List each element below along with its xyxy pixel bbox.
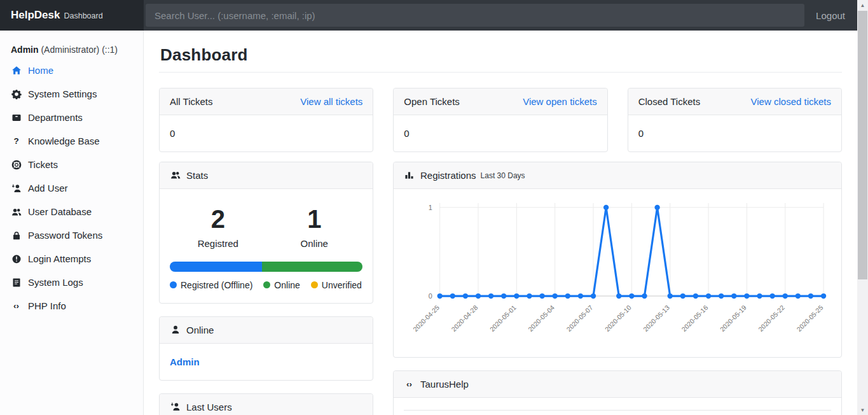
left-column: Stats 2 Registred 1 Online xyxy=(159,162,373,415)
journal-icon xyxy=(11,278,22,288)
title-divider xyxy=(159,72,842,73)
lock-icon xyxy=(11,230,22,241)
stat-online: 1 Online xyxy=(266,204,363,249)
sidebar-item-departments[interactable]: Departments xyxy=(0,106,143,129)
user-plus-icon xyxy=(11,183,22,193)
home-icon xyxy=(11,66,22,76)
svg-text:2020-04-28: 2020-04-28 xyxy=(450,304,479,333)
sidebar-item-label: Departments xyxy=(28,112,83,123)
logout-button[interactable]: Logout xyxy=(812,0,857,31)
sidebar-user-line: Admin (Administrator) (::1) xyxy=(0,45,143,55)
main-content: Dashboard All TicketsView all tickets0Op… xyxy=(144,31,857,415)
legend-item-online: Online xyxy=(263,280,300,290)
legend-label: Unverified xyxy=(322,280,362,290)
last-users-card-header: Last Users xyxy=(160,394,373,415)
stat-online-value: 1 xyxy=(266,204,363,234)
stats-card: Stats 2 Registred 1 Online xyxy=(159,162,373,304)
sidebar-item-label: Add User xyxy=(28,183,68,193)
stat-registered: 2 Registred xyxy=(170,204,266,249)
search-input[interactable] xyxy=(146,4,804,27)
sidebar-item-label: Login Attempts xyxy=(28,253,91,264)
svg-text:2020-05-04: 2020-05-04 xyxy=(527,304,556,333)
registrations-card-header: Registrations Last 30 Days xyxy=(394,162,841,189)
registrations-card-subtitle: Last 30 Days xyxy=(481,171,525,180)
taurushelp-card: ‹› TaurusHelp xyxy=(393,370,842,415)
top-navbar: HelpDesk Dashboard Logout xyxy=(0,0,857,31)
sidebar-item-system-settings[interactable]: System Settings xyxy=(0,82,143,106)
closed-tickets-card: Closed TicketsView closed tickets0 xyxy=(628,88,842,152)
life-ring-icon xyxy=(11,160,22,170)
last-users-card: Last Users xyxy=(159,393,373,415)
scrollbar-thumb[interactable] xyxy=(858,11,867,279)
user-plus-icon xyxy=(170,402,181,412)
view-all-tickets-link[interactable]: View all tickets xyxy=(300,96,362,107)
card-value: 0 xyxy=(628,115,841,151)
registrations-card-title: Registrations xyxy=(420,170,476,181)
stats-card-title: Stats xyxy=(186,170,208,181)
card-title: All Tickets xyxy=(170,96,213,107)
sidebar-item-password-tokens[interactable]: Password Tokens xyxy=(0,223,143,247)
registrations-card: Registrations Last 30 Days 012020-04-252… xyxy=(393,162,842,358)
scroll-down-arrow-icon[interactable]: ▼ xyxy=(857,405,868,415)
card-title: Open Tickets xyxy=(404,96,460,107)
sidebar-item-user-database[interactable]: User Database xyxy=(0,200,143,223)
svg-text:0: 0 xyxy=(429,292,432,300)
sidebar-item-php-info[interactable]: ‹›PHP Info xyxy=(0,294,143,318)
code-icon: ‹› xyxy=(404,379,415,390)
svg-text:2020-05-25: 2020-05-25 xyxy=(796,304,825,333)
online-card-title: Online xyxy=(186,325,214,335)
sidebar-user-name: Admin xyxy=(11,45,39,55)
brand-suffix: Dashboard xyxy=(64,11,102,20)
all-tickets-card: All TicketsView all tickets0 xyxy=(159,88,373,152)
brand[interactable]: HelpDesk Dashboard xyxy=(0,0,144,31)
taurushelp-divider xyxy=(404,410,831,411)
sidebar-item-label: System Settings xyxy=(28,88,97,99)
svg-text:2020-05-16: 2020-05-16 xyxy=(680,304,710,333)
svg-text:2020-04-25: 2020-04-25 xyxy=(412,304,441,333)
all-tickets-card-header: All TicketsView all tickets xyxy=(160,88,373,115)
online-card-body: Admin xyxy=(160,344,373,380)
open-tickets-card-header: Open TicketsView open tickets xyxy=(394,88,607,115)
sidebar-item-label: Password Tokens xyxy=(28,230,102,241)
browser-scrollbar[interactable]: ▲ ▼ xyxy=(857,0,868,415)
legend-dot xyxy=(170,281,177,288)
sidebar-user-detail: (Administrator) (::1) xyxy=(41,45,118,55)
code-icon: ‹› xyxy=(11,301,22,311)
app-window: HelpDesk Dashboard Logout Admin (Adminis… xyxy=(0,0,857,415)
gear-icon xyxy=(11,89,22,99)
taurushelp-card-header: ‹› TaurusHelp xyxy=(394,371,841,398)
taurushelp-card-title: TaurusHelp xyxy=(420,379,469,390)
sidebar-item-login-attempts[interactable]: Login Attempts xyxy=(0,247,143,271)
stat-online-label: Online xyxy=(266,238,363,249)
users-icon xyxy=(170,170,181,180)
card-title: Closed Tickets xyxy=(638,96,701,107)
person-icon xyxy=(170,325,181,335)
sidebar-item-add-user[interactable]: Add User xyxy=(0,176,143,200)
view-closed-tickets-link[interactable]: View closed tickets xyxy=(751,96,831,107)
stats-card-body: 2 Registred 1 Online Registred (Offline)… xyxy=(160,189,373,303)
sidebar-item-knowledge-base[interactable]: ?Knowledge Base xyxy=(0,129,143,153)
sidebar-item-tickets[interactable]: Tickets xyxy=(0,153,143,176)
svg-text:2020-05-10: 2020-05-10 xyxy=(603,304,633,333)
scroll-up-arrow-icon[interactable]: ▲ xyxy=(857,0,868,10)
sidebar-item-system-logs[interactable]: System Logs xyxy=(0,271,143,294)
view-open-tickets-link[interactable]: View open tickets xyxy=(523,96,596,107)
sidebar-item-home[interactable]: Home xyxy=(0,59,143,82)
sidebar: Admin (Administrator) (::1) HomeSystem S… xyxy=(0,31,144,415)
stats-progress-bar xyxy=(170,262,362,272)
legend-label: Online xyxy=(274,280,300,290)
online-user-link[interactable]: Admin xyxy=(170,356,200,367)
legend-item-registred-offline: Registred (Offline) xyxy=(170,280,252,290)
sidebar-nav: HomeSystem SettingsDepartments?Knowledge… xyxy=(0,59,143,318)
taurushelp-card-body xyxy=(394,398,841,415)
svg-text:2020-05-13: 2020-05-13 xyxy=(642,304,672,333)
online-card-header: Online xyxy=(160,317,373,344)
online-card: Online Admin xyxy=(159,316,373,381)
last-users-card-title: Last Users xyxy=(186,402,232,412)
page-title: Dashboard xyxy=(160,46,842,65)
legend-item-unverified: Unverified xyxy=(311,280,362,290)
stat-registered-value: 2 xyxy=(170,204,266,234)
closed-tickets-card-header: Closed TicketsView closed tickets xyxy=(628,88,841,115)
svg-text:2020-05-22: 2020-05-22 xyxy=(757,304,787,333)
bar-chart-icon xyxy=(404,170,415,180)
